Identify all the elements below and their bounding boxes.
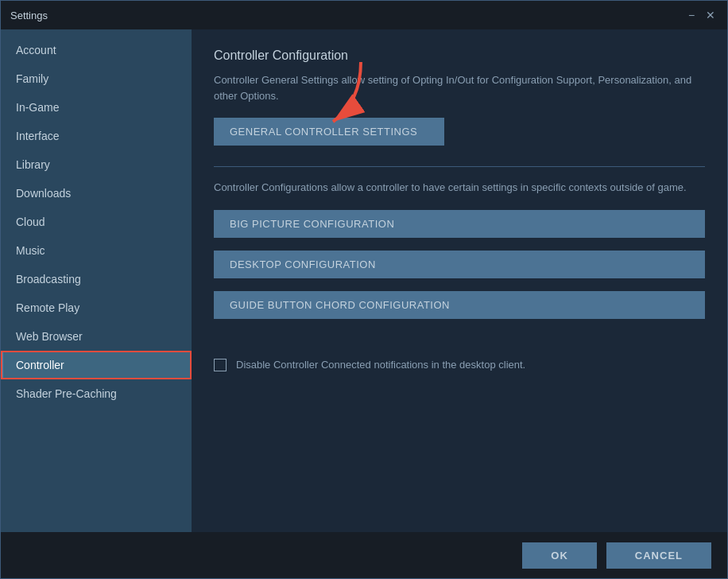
content-area: Account Family In-Game Interface Library… <box>1 29 727 532</box>
section-description: Controller General Settings allow settin… <box>214 72 705 103</box>
sidebar-item-broadcasting[interactable]: Broadcasting <box>1 265 192 293</box>
window-title: Settings <box>10 10 48 21</box>
big-picture-configuration-button[interactable]: BIG PICTURE CONFIGURATION <box>214 210 705 238</box>
sidebar-item-downloads[interactable]: Downloads <box>1 179 192 208</box>
close-button[interactable]: ✕ <box>703 8 718 22</box>
sidebar-item-account[interactable]: Account <box>1 36 192 64</box>
footer: OK CANCEL <box>1 532 727 578</box>
context-description: Controller Configurations allow a contro… <box>214 180 705 196</box>
disable-notifications-row[interactable]: Disable Controller Connected notificatio… <box>214 359 705 371</box>
minimize-button[interactable]: − <box>684 8 699 22</box>
sidebar-item-interface[interactable]: Interface <box>1 122 192 150</box>
ok-button[interactable]: OK <box>522 542 597 569</box>
main-panel: Controller Configuration Controller Gene… <box>192 29 727 532</box>
guide-button-chord-configuration-button[interactable]: GUIDE BUTTON CHORD CONFIGURATION <box>214 291 705 319</box>
disable-notifications-label: Disable Controller Connected notificatio… <box>236 359 525 371</box>
annotation-container: GENERAL CONTROLLER SETTINGS <box>214 118 705 153</box>
disable-notifications-checkbox[interactable] <box>214 359 227 371</box>
divider-1 <box>214 166 705 167</box>
sidebar-item-family[interactable]: Family <box>1 64 192 93</box>
sidebar: Account Family In-Game Interface Library… <box>1 29 192 532</box>
sidebar-item-music[interactable]: Music <box>1 236 192 265</box>
settings-window: Settings − ✕ Account Family In-Game Inte… <box>0 0 728 579</box>
title-bar: Settings − ✕ <box>1 1 727 29</box>
general-controller-settings-button[interactable]: GENERAL CONTROLLER SETTINGS <box>214 118 444 146</box>
desktop-configuration-button[interactable]: DESKTOP CONFIGURATION <box>214 251 705 278</box>
sidebar-item-in-game[interactable]: In-Game <box>1 93 192 122</box>
sidebar-item-shader-pre-caching[interactable]: Shader Pre-Caching <box>1 379 192 408</box>
configuration-buttons-group: BIG PICTURE CONFIGURATION DESKTOP CONFIG… <box>214 210 705 327</box>
section-title: Controller Configuration <box>214 49 705 63</box>
title-controls: − ✕ <box>684 8 718 22</box>
sidebar-item-library[interactable]: Library <box>1 150 192 179</box>
sidebar-item-controller[interactable]: Controller <box>1 351 192 379</box>
sidebar-item-remote-play[interactable]: Remote Play <box>1 293 192 322</box>
sidebar-item-web-browser[interactable]: Web Browser <box>1 322 192 351</box>
cancel-button[interactable]: CANCEL <box>606 542 711 569</box>
sidebar-item-cloud[interactable]: Cloud <box>1 208 192 236</box>
